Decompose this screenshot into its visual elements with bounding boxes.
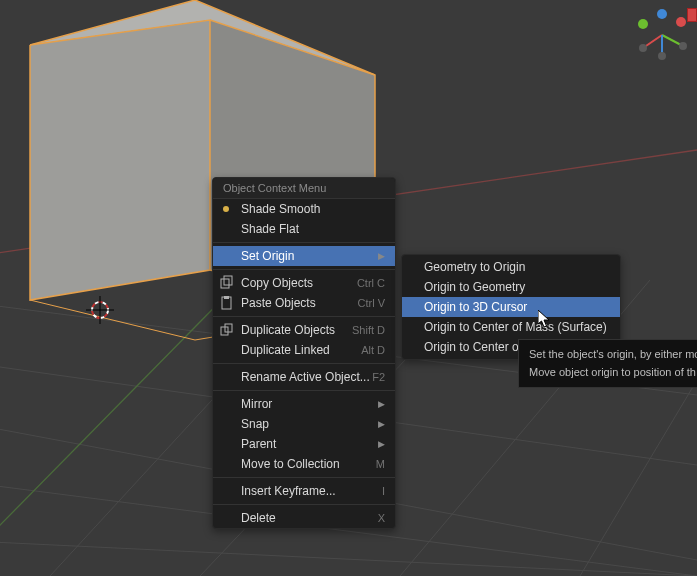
- menu-set-origin[interactable]: Set Origin ▶: [213, 246, 395, 266]
- radio-dot-icon: [223, 206, 229, 212]
- tooltip-line2: Move object origin to position of th: [529, 364, 697, 382]
- menu-shade-flat[interactable]: Shade Flat: [213, 219, 395, 239]
- submenu-origin-com-surface[interactable]: Origin to Center of Mass (Surface): [402, 317, 620, 337]
- menu-snap[interactable]: Snap ▶: [213, 414, 395, 434]
- menu-parent[interactable]: Parent ▶: [213, 434, 395, 454]
- separator: [213, 363, 395, 364]
- svg-point-19: [676, 17, 686, 27]
- svg-point-23: [679, 42, 687, 50]
- svg-point-24: [658, 52, 666, 60]
- menu-title: Object Context Menu: [213, 178, 395, 199]
- menu-duplicate-objects[interactable]: Duplicate Objects Shift D: [213, 320, 395, 340]
- menu-rename-active[interactable]: Rename Active Object... F2: [213, 367, 395, 387]
- svg-rect-25: [221, 279, 229, 288]
- menu-delete[interactable]: Delete X: [213, 508, 395, 528]
- svg-rect-28: [224, 296, 229, 299]
- svg-rect-26: [224, 276, 232, 285]
- object-context-menu: Object Context Menu Shade Smooth Shade F…: [212, 177, 396, 529]
- navigation-gizmo[interactable]: [635, 8, 689, 62]
- menu-mirror[interactable]: Mirror ▶: [213, 394, 395, 414]
- paste-icon: [219, 295, 235, 311]
- svg-line-4: [0, 540, 697, 576]
- copy-icon: [219, 275, 235, 291]
- tooltip: Set the object's origin, by either mo Mo…: [518, 339, 697, 388]
- menu-shade-smooth[interactable]: Shade Smooth: [213, 199, 395, 219]
- submenu-origin-to-geometry[interactable]: Origin to Geometry: [402, 277, 620, 297]
- separator: [213, 316, 395, 317]
- svg-point-21: [657, 9, 667, 19]
- svg-point-20: [638, 19, 648, 29]
- separator: [213, 477, 395, 478]
- menu-copy-objects[interactable]: Copy Objects Ctrl C: [213, 273, 395, 293]
- svg-point-22: [639, 44, 647, 52]
- submenu-origin-to-3d-cursor[interactable]: Origin to 3D Cursor: [402, 297, 620, 317]
- submenu-arrow-icon: ▶: [378, 251, 385, 261]
- menu-move-to-collection[interactable]: Move to Collection M: [213, 454, 395, 474]
- close-icon[interactable]: [687, 8, 697, 22]
- separator: [213, 390, 395, 391]
- duplicate-icon: [219, 322, 235, 338]
- mouse-cursor-icon: [538, 310, 552, 328]
- menu-duplicate-linked[interactable]: Duplicate Linked Alt D: [213, 340, 395, 360]
- separator: [213, 242, 395, 243]
- separator: [213, 504, 395, 505]
- tooltip-line1: Set the object's origin, by either mo: [529, 346, 697, 364]
- svg-marker-9: [30, 20, 210, 300]
- menu-insert-keyframe[interactable]: Insert Keyframe... I: [213, 481, 395, 501]
- submenu-arrow-icon: ▶: [378, 419, 385, 429]
- submenu-geometry-to-origin[interactable]: Geometry to Origin: [402, 257, 620, 277]
- menu-paste-objects[interactable]: Paste Objects Ctrl V: [213, 293, 395, 313]
- svg-line-8: [580, 380, 697, 576]
- submenu-arrow-icon: ▶: [378, 399, 385, 409]
- separator: [213, 269, 395, 270]
- submenu-arrow-icon: ▶: [378, 439, 385, 449]
